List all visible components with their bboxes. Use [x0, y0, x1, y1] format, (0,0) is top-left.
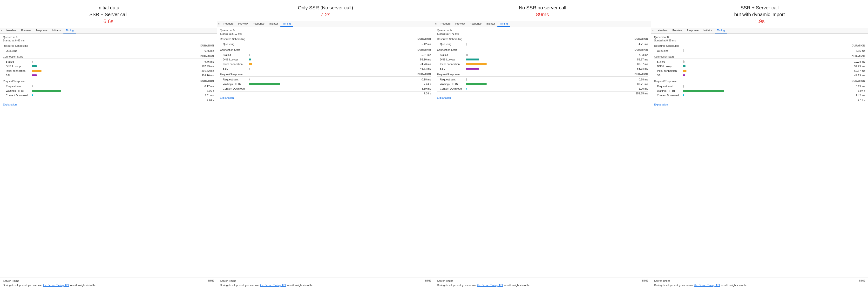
timing-row-rr-2-1: Waiting (TTFB) 7.24 s [220, 82, 431, 86]
timing-bar-rr-4-0 [684, 85, 684, 87]
timing-bar-cs-4-2 [683, 70, 686, 72]
divider-cs-2 [220, 52, 431, 52]
timing-bar-cs-1-0 [32, 61, 33, 63]
tab-preview-2[interactable]: Preview [236, 21, 250, 27]
timing-label-rr-2-0: Request sent [220, 78, 249, 81]
timing-label-rr-1-0: Request sent [3, 85, 32, 88]
request-response-duration-label-1: DURATION [200, 80, 214, 83]
total-value-1: 7.26 s [197, 99, 214, 102]
server-timing-api-link-${idx+1}[interactable]: the Server Timing API [260, 284, 286, 287]
panel-title-line1-1: Initial data [2, 4, 214, 11]
timing-bar-area-cs-4-1 [683, 65, 848, 67]
tab-preview-1[interactable]: Preview [19, 28, 33, 34]
panel-title-line2-4: but with dynamic import [654, 11, 866, 18]
panel-1: Initial dataSSR + Server call6.6s×Header… [0, 0, 217, 289]
explanation-link-3[interactable]: Explanation [437, 96, 451, 99]
timing-value-rs-3-0: 4.71 ms [631, 43, 648, 45]
timing-bar-area-cs-2-0 [249, 54, 414, 56]
timing-bar-rr-4-1 [683, 90, 724, 92]
timing-bar-cs-2-1 [249, 59, 251, 61]
queued-at-3: Queued at 0 [437, 29, 648, 32]
server-timing-time-label-3: TIME [642, 279, 648, 282]
tab-headers-3[interactable]: Headers [438, 21, 453, 27]
close-button-3[interactable]: × [435, 23, 437, 25]
panel-time-1: 6.6s [2, 18, 214, 25]
timing-value-cs-3-2: 89.07 ms [631, 63, 648, 66]
tab-headers-4[interactable]: Headers [655, 28, 670, 34]
tab-timing-2[interactable]: Timing [280, 21, 293, 27]
server-timing-api-link-${idx+1}[interactable]: the Server Timing API [694, 284, 720, 287]
timing-bar-area-cs-3-3 [466, 67, 631, 70]
panel-time-3: 89ms [437, 11, 649, 19]
tab-headers-1[interactable]: Headers [4, 28, 19, 34]
tab-initiator-4[interactable]: Initiator [701, 28, 714, 34]
panel-title-line2-1: SSR + Server call [2, 11, 214, 18]
timing-label-rs-2-0: Queueing [220, 43, 249, 45]
close-button-4[interactable]: × [652, 29, 654, 32]
tab-response-4[interactable]: Response [684, 28, 701, 34]
timing-label-cs-3-3: SSL [437, 67, 466, 70]
tab-timing-4[interactable]: Timing [715, 28, 727, 34]
request-response-header-2: Request/Response DURATION [220, 73, 431, 76]
explanation-link-2[interactable]: Explanation [220, 96, 234, 99]
timing-row-cs-1-0: Stalled 9.76 ms [3, 60, 214, 64]
timing-row-rr-3-1: Waiting (TTFB) 89.71 ms [437, 82, 648, 86]
request-response-title-1: Request/Response [3, 80, 26, 83]
tab-initiator-1[interactable]: Initiator [50, 28, 63, 34]
connection-start-header-1: Connection Start DURATION [3, 55, 214, 58]
tab-initiator-3[interactable]: Initiator [484, 21, 497, 27]
tab-response-3[interactable]: Response [467, 21, 484, 27]
timing-label-cs-1-0: Stalled [3, 60, 32, 63]
tab-initiator-2[interactable]: Initiator [267, 21, 280, 27]
panel-2: Only SSR (No server call)7.2s×HeadersPre… [217, 0, 434, 289]
resource-scheduling-duration-label-1: DURATION [200, 44, 214, 47]
explanation-link-4[interactable]: Explanation [654, 103, 668, 106]
timing-value-cs-2-1: 56.10 ms [414, 58, 431, 61]
timing-row-rr-2-2: Content Download 3.69 ms [220, 87, 431, 91]
tab-headers-2[interactable]: Headers [221, 21, 236, 27]
panel-4: SSR + Server callbut with dynamic import… [651, 0, 868, 289]
explanation-link-1[interactable]: Explanation [3, 103, 17, 106]
timing-bar-area-cs-1-3 [32, 74, 197, 77]
timing-row-cs-3-1: DNS Lookup 58.37 ms [437, 58, 648, 62]
divider-cs-4 [654, 59, 865, 59]
server-timing-api-link-${idx+1}[interactable]: the Server Timing API [43, 284, 69, 287]
tab-response-1[interactable]: Response [33, 28, 50, 34]
close-button-1[interactable]: × [1, 29, 2, 32]
timing-label-cs-3-1: DNS Lookup [437, 58, 466, 61]
timing-section-1: Queued at 0Started at 6.45 ms Resource S… [0, 34, 217, 276]
queued-at-4: Queued at 0 [654, 36, 865, 39]
panel-title-line1-4: SSR + Server call [654, 4, 866, 11]
devtools-tabs-1: ×HeadersPreviewResponseInitiatorTiming [0, 28, 217, 34]
timing-label-cs-3-0: Stalled [437, 53, 466, 57]
tab-response-2[interactable]: Response [250, 21, 267, 27]
queued-at-2: Queued at 0 [220, 29, 431, 32]
timing-bar-cs-1-2 [32, 70, 41, 72]
timing-value-rr-1-2: 2.81 ms [197, 94, 214, 97]
started-at-1: Started at 6.45 ms [3, 39, 214, 42]
timing-row-rs-3-0: Queueing 4.71 ms [437, 42, 648, 46]
server-timing-section-1: Server Timing TIME During development, y… [0, 277, 217, 289]
timing-label-rr-1-2: Content Download [3, 94, 32, 97]
timing-bar-area-cs-3-2 [466, 63, 631, 65]
tab-timing-3[interactable]: Timing [497, 21, 510, 27]
timing-bar-area-cs-2-3 [249, 67, 414, 70]
tab-timing-1[interactable]: Timing [63, 28, 76, 34]
close-button-2[interactable]: × [218, 23, 219, 25]
timing-label-cs-2-3: SSL [220, 67, 249, 70]
resource-scheduling-header-3: Resource Scheduling DURATION [437, 38, 648, 40]
server-timing-title-3: Server Timing [437, 279, 454, 282]
connection-start-duration-label-1: DURATION [200, 55, 214, 58]
server-timing-section-3: Server Timing TIME During development, y… [434, 277, 651, 289]
server-timing-body-1: During development, you can use the Serv… [3, 283, 214, 287]
connection-start-header-3: Connection Start DURATION [437, 48, 648, 51]
tab-preview-4[interactable]: Preview [670, 28, 684, 34]
tab-preview-3[interactable]: Preview [453, 21, 467, 27]
server-timing-api-link-${idx+1}[interactable]: the Server Timing API [477, 284, 503, 287]
bar-line-rs-3-0 [466, 43, 467, 45]
timing-bar-area-rr-3-1 [466, 83, 631, 85]
timing-bar-area-rr-4-0 [683, 85, 848, 87]
timing-bar-area-rr-4-1 [683, 89, 848, 92]
timing-row-rr-4-1: Waiting (TTFB) 1.97 s [654, 89, 865, 93]
timing-label-rr-2-2: Content Download [220, 87, 249, 90]
